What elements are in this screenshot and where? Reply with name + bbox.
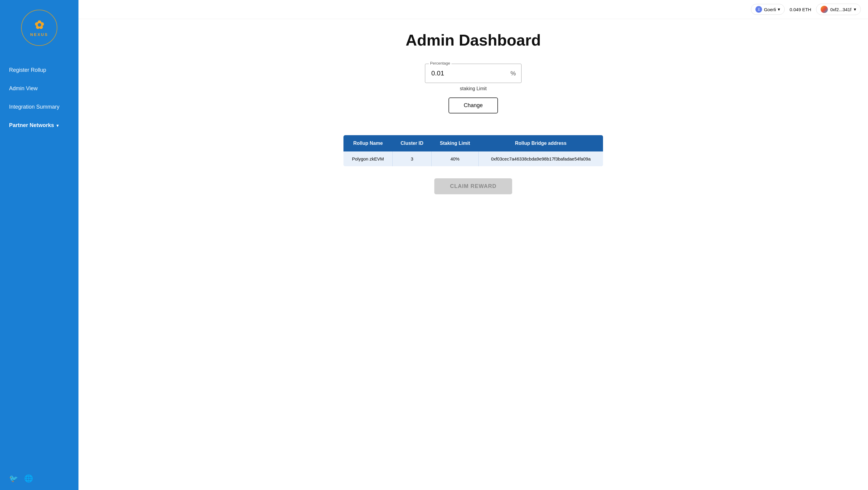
sidebar-item-label-register-rollup: Register Rollup (9, 67, 46, 73)
network-name: Goerli (764, 7, 776, 12)
chevron-down-icon (56, 122, 59, 129)
sidebar-item-label-partner-networks: Partner Networks (9, 122, 54, 129)
sidebar-item-partner-networks[interactable]: Partner Networks (0, 116, 79, 135)
staking-limit-label: staking Limit (460, 86, 487, 91)
wallet-chevron-icon: ▾ (854, 7, 856, 12)
sidebar-item-label-integration-summary: Integration Summary (9, 104, 59, 110)
eth-icon: Ξ (755, 6, 762, 13)
percentage-section: Percentage % staking Limit Change (425, 64, 522, 113)
logo-text: NEXUS (30, 32, 48, 37)
cell-staking-limit: 40% (431, 152, 478, 166)
col-cluster-id: Cluster ID (393, 135, 432, 152)
network-chevron-icon: ▾ (778, 7, 780, 12)
network-selector[interactable]: Ξ Goerli ▾ (751, 4, 785, 15)
wallet-badge[interactable]: 0xf2...341f ▾ (816, 4, 861, 15)
cell-cluster-id: 3 (393, 152, 432, 166)
table-header-row: Rollup Name Cluster ID Staking Limit Rol… (343, 135, 603, 152)
col-rollup-name: Rollup Name (343, 135, 393, 152)
header-bar: Ξ Goerli ▾ 0.049 ETH 0xf2...341f ▾ (79, 0, 868, 19)
sidebar-nav: Register Rollup Admin View Integration S… (0, 58, 79, 467)
page-content: Admin Dashboard Percentage % staking Lim… (79, 19, 868, 490)
table-row: Polygon zkEVM 3 40% 0xf03cec7a46338cbda9… (343, 152, 603, 166)
logo-circle: ✿ NEXUS (21, 10, 57, 46)
percentage-input[interactable] (431, 69, 498, 77)
percent-symbol: % (510, 70, 516, 77)
wallet-avatar-icon (820, 6, 828, 13)
page-title: Admin Dashboard (406, 31, 541, 49)
col-staking-limit: Staking Limit (431, 135, 478, 152)
sidebar-item-integration-summary[interactable]: Integration Summary (0, 98, 79, 116)
table-section: Rollup Name Cluster ID Staking Limit Rol… (343, 135, 603, 166)
twitter-icon[interactable]: 🐦 (9, 474, 18, 483)
sidebar-item-register-rollup[interactable]: Register Rollup (0, 61, 79, 79)
eth-balance: 0.049 ETH (789, 7, 811, 12)
nexus-icon: ✿ (30, 19, 48, 32)
logo-area: ✿ NEXUS (0, 0, 79, 58)
cell-rollup-name: Polygon zkEVM (343, 152, 393, 166)
percentage-label: Percentage (429, 61, 452, 65)
change-button[interactable]: Change (448, 97, 498, 113)
sidebar: ✿ NEXUS Register Rollup Admin View Integ… (0, 0, 79, 490)
sidebar-footer: 🐦 🌐 (0, 467, 79, 490)
wallet-address: 0xf2...341f (830, 7, 851, 12)
main-content: Ξ Goerli ▾ 0.049 ETH 0xf2...341f ▾ Admin… (79, 0, 868, 490)
sidebar-item-admin-view[interactable]: Admin View (0, 79, 79, 98)
logo-inner: ✿ NEXUS (30, 19, 48, 37)
claim-reward-button[interactable]: CLAIM REWARD (434, 178, 512, 194)
rollup-table: Rollup Name Cluster ID Staking Limit Rol… (343, 135, 603, 166)
col-bridge-address: Rollup Bridge address (479, 135, 603, 152)
cell-bridge-address: 0xf03cec7a46338cbda9e98b17f3bafadae54fa0… (479, 152, 603, 166)
percentage-input-wrapper: Percentage % (425, 64, 522, 83)
sidebar-item-label-admin-view: Admin View (9, 86, 38, 92)
globe-icon[interactable]: 🌐 (24, 474, 33, 483)
